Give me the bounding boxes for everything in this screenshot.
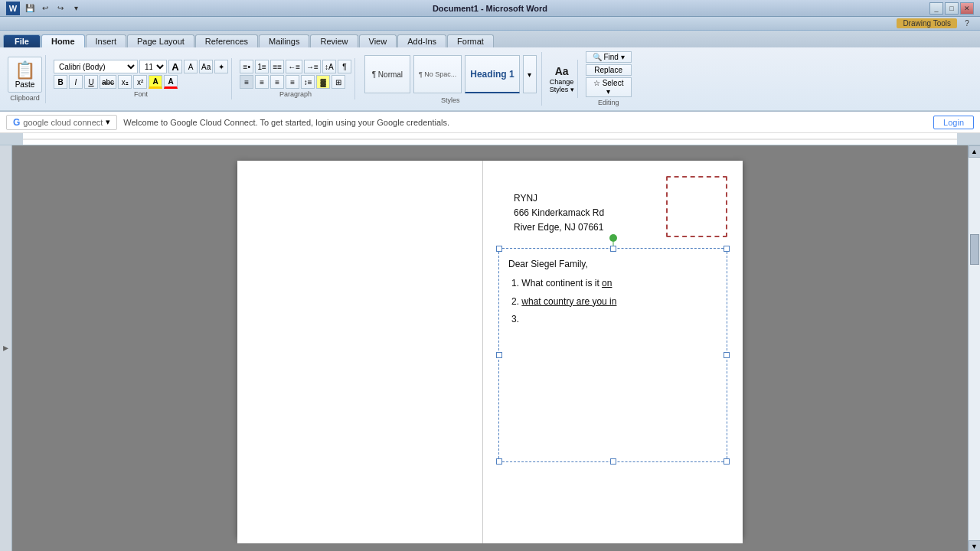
paragraph-group: ≡• 1≡ ≡≡ ←≡ →≡ ↕A ¶ ≡ ≡ ≡ ≡ ↕≡ ▓ ⊞ xyxy=(237,58,355,99)
undo-quick-btn[interactable]: ↩ xyxy=(38,2,52,15)
tab-review[interactable]: Review xyxy=(310,34,358,47)
superscript-btn[interactable]: x² xyxy=(133,75,147,89)
text-box[interactable]: Dear Siegel Family, 1. What continent is… xyxy=(498,248,727,462)
borders-btn[interactable]: ⊞ xyxy=(332,75,345,89)
clipboard-label: Clipboard xyxy=(10,94,40,102)
handle-top-left[interactable] xyxy=(496,246,502,252)
maximize-btn[interactable]: □ xyxy=(945,2,959,15)
align-left-btn[interactable]: ≡ xyxy=(240,75,253,89)
numbering-btn[interactable]: 1≡ xyxy=(255,60,269,73)
ruler-right-margin xyxy=(957,133,980,145)
tab-home[interactable]: Home xyxy=(41,34,85,47)
font-grow-btn[interactable]: A xyxy=(168,60,182,73)
decrease-indent-btn[interactable]: ←≡ xyxy=(286,60,302,73)
scroll-track[interactable] xyxy=(969,158,980,540)
align-right-btn[interactable]: ≡ xyxy=(270,75,284,89)
item1-number: 1. xyxy=(511,278,521,289)
stamp-area xyxy=(666,176,727,237)
tab-insert[interactable]: Insert xyxy=(86,34,127,47)
document-area: ◀ RYNJ 666 Kinderkamack Rd River Edge, N… xyxy=(0,145,980,551)
tab-page-layout[interactable]: Page Layout xyxy=(127,34,194,47)
handle-top-mid[interactable] xyxy=(610,246,616,252)
justify-btn[interactable]: ≡ xyxy=(286,75,299,89)
normal-style-btn[interactable]: ¶ Normal xyxy=(364,55,410,93)
para-controls: ≡• 1≡ ≡≡ ←≡ →≡ ↕A ¶ ≡ ≡ ≡ ≡ ↕≡ ▓ ⊞ xyxy=(240,60,351,89)
tab-file[interactable]: File xyxy=(3,34,41,47)
word-icon: W xyxy=(6,2,20,15)
editing-buttons: 🔍 Find ▾ Replace ☆ Select ▾ xyxy=(586,51,632,97)
customize-quick-btn[interactable]: ▾ xyxy=(69,2,83,15)
letter-list: 1. What continent is it on 2. what count… xyxy=(508,276,717,328)
find-btn[interactable]: 🔍 Find ▾ xyxy=(586,51,632,63)
minimize-btn[interactable]: _ xyxy=(929,2,943,15)
handle-mid-left[interactable] xyxy=(496,352,502,358)
scroll-down-btn[interactable]: ▼ xyxy=(969,540,981,551)
sort-btn[interactable]: ↕A xyxy=(322,60,336,73)
document-content[interactable]: RYNJ 666 Kinderkamack Rd River Edge, NJ … xyxy=(12,145,968,551)
handle-mid-right[interactable] xyxy=(724,352,730,358)
handle-bot-right[interactable] xyxy=(724,458,730,465)
scroll-up-btn[interactable]: ▲ xyxy=(969,145,981,158)
drawing-tools-bar: Drawing Tools ? xyxy=(0,17,980,31)
font-size-select[interactable]: 11 xyxy=(139,60,167,73)
nospace-style-btn[interactable]: ¶ No Spac... xyxy=(413,55,462,93)
cloud-logo[interactable]: G google cloud connect ▾ xyxy=(6,115,117,130)
letter-salutation: Dear Siegel Family, xyxy=(508,256,717,273)
font-name-select[interactable]: Calibri (Body) xyxy=(54,60,138,73)
styles-group: ¶ Normal ¶ No Spac... Heading 1 ▾ Styles xyxy=(360,52,542,106)
tab-format[interactable]: Format xyxy=(447,34,494,47)
rotate-handle[interactable] xyxy=(609,234,617,242)
font-color-btn[interactable]: A xyxy=(164,75,178,89)
tab-references[interactable]: References xyxy=(195,34,258,47)
change-case-btn[interactable]: Aa xyxy=(199,60,213,73)
font-controls: Calibri (Body) 11 A A Aa ✦ B I U abc x₂ xyxy=(54,60,228,89)
increase-indent-btn[interactable]: →≡ xyxy=(304,60,321,73)
bold-btn[interactable]: B xyxy=(54,75,67,89)
styles-buttons: ¶ Normal ¶ No Spac... Heading 1 ▾ xyxy=(363,54,538,95)
login-button[interactable]: Login xyxy=(933,116,974,129)
styles-more-btn[interactable]: ▾ xyxy=(523,55,537,93)
handle-bot-mid[interactable] xyxy=(610,458,616,465)
select-btn[interactable]: ☆ Select ▾ xyxy=(586,77,632,97)
tab-view[interactable]: View xyxy=(359,34,397,47)
list-item-2: 2. what country are you in xyxy=(511,294,717,311)
align-center-btn[interactable]: ≡ xyxy=(255,75,269,89)
subscript-btn[interactable]: x₂ xyxy=(118,75,132,89)
shading-btn[interactable]: ▓ xyxy=(316,75,330,89)
editing-label: Editing xyxy=(598,99,619,106)
cloud-dropdown-icon: ▾ xyxy=(106,117,110,127)
handle-top-right[interactable] xyxy=(724,246,730,252)
italic-btn[interactable]: I xyxy=(69,75,83,89)
google-g-icon: G xyxy=(13,117,20,128)
heading1-style-btn[interactable]: Heading 1 xyxy=(465,55,519,93)
redo-quick-btn[interactable]: ↪ xyxy=(54,2,67,15)
close-btn[interactable]: ✕ xyxy=(960,2,974,15)
bullets-btn[interactable]: ≡• xyxy=(240,60,253,73)
line-spacing-btn[interactable]: ↕≡ xyxy=(301,75,315,89)
show-hide-btn[interactable]: ¶ xyxy=(338,60,351,73)
text-highlight-btn[interactable]: A xyxy=(149,75,162,89)
tab-addins[interactable]: Add-Ins xyxy=(397,34,446,47)
font-label: Font xyxy=(134,90,148,98)
font-group: Calibri (Body) 11 A A Aa ✦ B I U abc x₂ xyxy=(51,58,232,99)
title-bar: W 💾 ↩ ↪ ▾ Document1 - Microsoft Word _ □… xyxy=(0,0,980,17)
change-styles-btn[interactable]: Aa ChangeStyles ▾ xyxy=(550,65,574,93)
replace-btn[interactable]: Replace xyxy=(586,64,632,76)
tab-mailings[interactable]: Mailings xyxy=(259,34,309,47)
help-btn[interactable]: ? xyxy=(960,18,974,30)
scroll-thumb[interactable] xyxy=(970,234,979,265)
strikethrough-btn[interactable]: abc xyxy=(100,75,116,89)
clear-format-btn[interactable]: ✦ xyxy=(214,60,228,73)
window-title: Document1 - Microsoft Word xyxy=(433,4,547,13)
change-styles-label: ChangeStyles ▾ xyxy=(550,78,574,93)
normal-style-label: ¶ Normal xyxy=(370,70,405,79)
paste-button[interactable]: 📋 Paste xyxy=(8,57,42,93)
multilevel-btn[interactable]: ≡≡ xyxy=(270,60,284,73)
handle-bot-left[interactable] xyxy=(496,458,502,465)
right-scrollbar[interactable]: ▲ ▼ xyxy=(968,145,980,551)
underline-btn[interactable]: U xyxy=(84,75,98,89)
save-quick-btn[interactable]: 💾 xyxy=(23,2,37,15)
paste-icon: 📋 xyxy=(15,60,35,80)
right-page: RYNJ 666 Kinderkamack Rd River Edge, NJ … xyxy=(482,161,743,543)
font-shrink-btn[interactable]: A xyxy=(184,60,198,73)
